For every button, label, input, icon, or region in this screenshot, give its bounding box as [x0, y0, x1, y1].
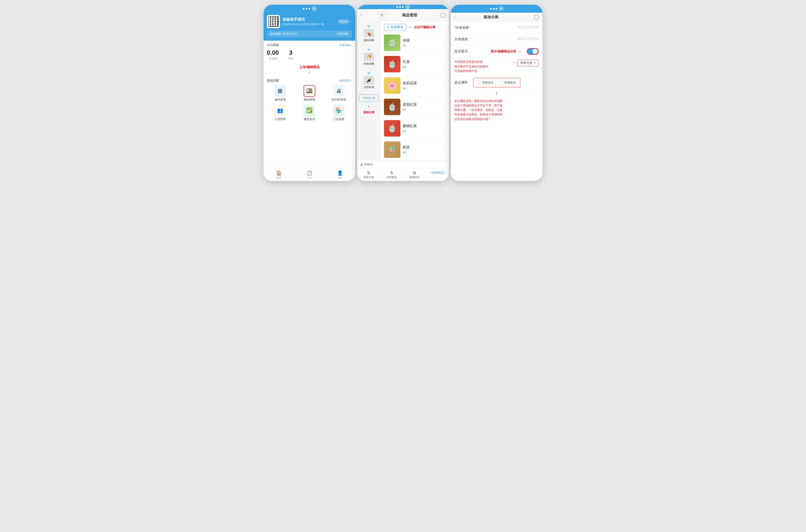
feature-printer-mgmt[interactable]: 🖨 打印机管理 — [325, 85, 352, 102]
checkbox-dine-in-box — [478, 81, 481, 84]
nav-orders-label: 订单 — [307, 176, 312, 179]
panel2-content: ‹ ↻ 商品管理 ··· 👁 🍗 烧味快餐 👁 — [357, 9, 449, 181]
target-icon4 — [499, 6, 503, 11]
product-price-5: ¥0 — [403, 151, 442, 154]
product-img-peach: 🍵 — [384, 120, 400, 136]
sort-category-btn[interactable]: ⇅ 排序分类 — [357, 171, 380, 179]
panel2-header: ‹ ↻ 商品管理 ··· — [357, 9, 449, 22]
feature-product-mgmt[interactable]: 🍱 商品管理 — [296, 85, 323, 102]
feature-wechat-pay[interactable]: ✅ 微信支付 — [296, 104, 323, 121]
show-toggle[interactable] — [527, 48, 539, 55]
feature-staff-mgmt[interactable]: 👥 人员管理 — [267, 104, 293, 121]
refresh-button[interactable]: ↻ — [378, 11, 386, 19]
product-row-3[interactable]: 🍵 老姜红茶 ¥0 › — [381, 96, 449, 118]
feature-printer-label: 打印机管理 — [332, 98, 346, 102]
upload-annotation-text: 上传/编辑商品 — [263, 64, 355, 69]
dot7 — [490, 8, 492, 10]
status-bar-panel3 — [451, 5, 543, 13]
add-category-annotation: 添加分类 — [357, 110, 381, 115]
nav-orders[interactable]: 📋 订单 — [294, 169, 325, 181]
revenue-amount: 0.00 营业额 — [267, 49, 279, 60]
product-info-ginger: 老姜红茶 ¥0 — [403, 102, 442, 111]
cat-item-korean[interactable]: 👁 🌶 日韩料理 — [357, 69, 381, 92]
product-price-4: ¥0 — [403, 129, 442, 133]
cat-item-noodle[interactable]: 👁 🍜 粉面茶餐 — [357, 45, 381, 69]
product-name-5: 奶茶 — [403, 145, 442, 150]
status-bar-panel2 — [357, 5, 449, 9]
product-row-5[interactable]: 🧋 奶茶 ¥0 › — [381, 139, 449, 160]
toggle-thumb — [533, 49, 538, 54]
nav-profile[interactable]: 👤 我的 — [325, 169, 355, 181]
revenue-unit: 营业额 — [267, 57, 279, 60]
visibility-annotation-block: 可设置此分类是仅堂食显示模式可见或仅外卖模式可见或所有都可见 — [455, 60, 511, 73]
cat-img-roast: 🍗 — [364, 29, 374, 38]
add-product-btn[interactable]: +添加商品 — [426, 171, 449, 179]
feature-staff-label: 人员管理 — [274, 117, 286, 121]
expiry-label: 使用期限: 2100-01-01 — [270, 32, 297, 36]
eye-icon-roast: 👁 — [367, 24, 370, 28]
store-qr[interactable] — [267, 15, 280, 28]
store-status[interactable]: 营业中 › — [337, 19, 352, 24]
back-button[interactable]: ‹ — [361, 13, 362, 18]
checkbox-takeout-box — [500, 81, 503, 84]
status-badge: 营业中 — [337, 19, 350, 24]
renew-button[interactable]: 立即续费 › — [336, 32, 349, 36]
cat-desc-placeholder[interactable]: 请输入分类描述 — [473, 37, 539, 41]
cat-item-roast[interactable]: 👁 🍗 烧味快餐 — [357, 22, 381, 45]
recycle-row[interactable]: 🗑 回收站 — [357, 160, 449, 169]
sort-product-btn[interactable]: ⇅ 排序商品 — [380, 171, 403, 179]
expiry-row: 使用期限: 2100-01-01 立即续费 › — [267, 31, 352, 37]
header-icons-p3: ··· — [527, 15, 539, 20]
eye-icon-korean: 👁 — [367, 72, 370, 75]
store-address: 龙岗路10号硅谷动力电子商务港一楼 — [282, 22, 335, 26]
target-icon3 — [440, 13, 445, 18]
product-chevron-5: › — [444, 148, 445, 152]
panel3-content: ‹ 添加分类 ··· *分类名称: 请输入分类名称 分类描述: — [451, 13, 543, 181]
cat-name-placeholder[interactable]: 请输入分类名称 — [473, 25, 539, 30]
ops-guide-button[interactable]: 操作指引 › — [339, 79, 352, 83]
dot4 — [397, 6, 398, 8]
product-name-3: 老姜红茶 — [403, 102, 442, 107]
product-row-0[interactable]: 🍵 绿茶 ¥0 › — [381, 32, 449, 54]
arrow-right-visibility: → — [512, 60, 516, 65]
view-report-button[interactable]: 查看报表 › — [339, 43, 352, 47]
add-category-panel: ‹ 添加分类 ··· *分类名称: 请输入分类名称 分类描述: — [451, 5, 543, 181]
checkbox-takeout[interactable]: 外卖必点 — [498, 79, 518, 86]
add-category-button[interactable]: +添加分类 — [359, 94, 379, 102]
visibility-annotation-row: 可设置此分类是仅堂食显示模式可见或仅外卖模式可见或所有都可见 → 所有可见 ▼ — [451, 58, 543, 73]
product-img-jasmine: 🌸 — [384, 77, 400, 94]
today-revenue-label: 今日营收 — [267, 43, 279, 47]
feature-grid: ⊞ 桌码管理 🍱 商品管理 🖨 打印机管理 👥 人员管理 — [267, 85, 352, 121]
products-list: ✎ 免费餐食 ← 点击可编辑分类 🍵 绿茶 ¥0 — [381, 22, 449, 160]
dot6 — [402, 6, 404, 8]
cat-name-roast: 烧味快餐 — [364, 39, 374, 42]
product-price-1: ¥0 — [403, 65, 442, 69]
must-order-label: 必点属性: — [455, 80, 471, 84]
dot5 — [399, 6, 401, 8]
show-switch-row: 是否显示: 显示/隐藏商品分类 → — [451, 45, 543, 58]
visibility-annotation-text: 可设置此分类是仅堂食显示模式可见或仅外卖模式可见或所有都可见 — [455, 60, 511, 73]
target-icon — [312, 6, 316, 11]
target-icon2 — [406, 5, 410, 9]
sort-prod-icon: ⇅ — [390, 171, 393, 175]
annotation-arrow-icon: ← — [408, 25, 412, 30]
panel2-main: 👁 🍗 烧味快餐 👁 🍜 粉面茶餐 👁 🌶 日韩料理 — [357, 22, 449, 160]
panel3-title: 添加分类 — [483, 15, 498, 20]
must-order-arrow-up: ↑ — [451, 91, 543, 97]
product-row-1[interactable]: 🍵 红茶 ¥0 › — [381, 54, 449, 75]
batch-ops-btn[interactable]: ⊞ 批量操作 — [403, 171, 426, 179]
editable-cat-name[interactable]: ✎ 免费餐食 — [384, 24, 406, 31]
visibility-value: 所有可见 — [520, 61, 532, 65]
checkbox-dine-in[interactable]: 堂食必点 — [476, 79, 496, 86]
add-product-label: +添加商品 — [430, 171, 444, 175]
active-cat-name-text: 免费餐食 — [390, 25, 403, 30]
chevron-right-icon: › — [348, 33, 349, 36]
product-row-4[interactable]: 🍵 蜜桃红茶 ¥0 › — [381, 118, 449, 139]
visibility-select[interactable]: 所有可见 ▼ — [517, 60, 539, 66]
feature-table-mgmt[interactable]: ⊞ 桌码管理 — [267, 85, 293, 102]
product-chevron-2: › — [444, 83, 445, 88]
feature-store-settings[interactable]: 🏪 门店设置 — [325, 104, 352, 121]
product-row-2[interactable]: 🌸 茉莉花茶 ¥0 › — [381, 75, 449, 96]
back-button-p3[interactable]: ‹ — [454, 15, 455, 20]
nav-home[interactable]: 🏠 首页 — [263, 169, 294, 181]
